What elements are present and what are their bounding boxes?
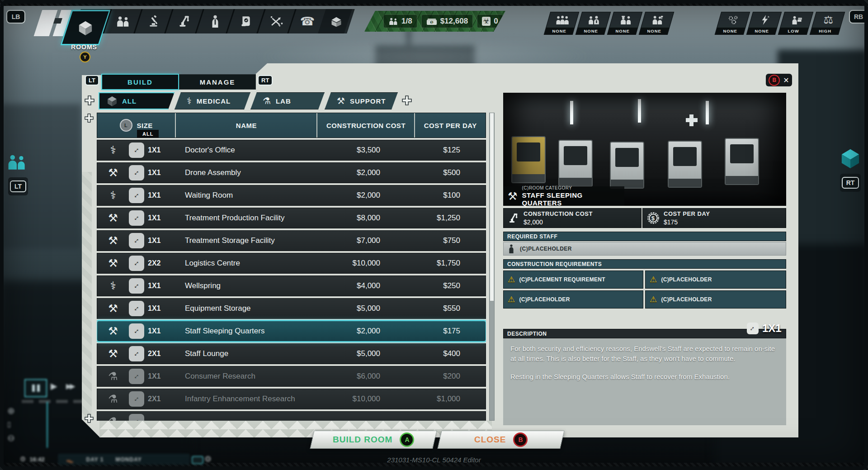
build-room-button[interactable]: BUILD ROOM A <box>310 431 437 449</box>
table-row[interactable]: ⚗ ↕ <box>97 411 486 421</box>
row-cost-per-day: $1,000 <box>413 394 484 404</box>
table-row[interactable]: ⚒ ↕ 1X1 Staff Sleeping Quarters $2,000 $… <box>97 321 486 342</box>
table-row[interactable]: ⚕ ↕ 1X1 Wellspring $4,000 $250 <box>97 275 486 296</box>
row-size: 1X1 <box>144 237 173 245</box>
row-cost-per-day: $1,250 <box>413 214 484 223</box>
category-tab-support[interactable]: ⚒ SUPPORT <box>325 92 398 109</box>
requirement-label: (C)PLACEMENT REQUIREMENT <box>519 276 605 283</box>
row-cost-per-day: $125 <box>413 146 484 155</box>
table-row[interactable]: ⚒ ↕ 1X1 Equipment Storage $5,000 $550 <box>97 298 486 319</box>
all-category-icon <box>107 95 118 106</box>
requirement-label: (C)PLACEHOLDER <box>661 296 712 303</box>
required-staff-row[interactable]: (C)PLACEHOLDER <box>503 242 786 256</box>
timeline-tick <box>39 400 51 403</box>
timeline-cursor[interactable] <box>47 402 48 448</box>
row-construction-cost: $2,000 <box>315 168 413 177</box>
requirement-label: (C)PLACEHOLDER <box>519 296 570 303</box>
row-cost-per-day: $175 <box>413 327 484 336</box>
list-scroll-down-button[interactable] <box>84 413 94 423</box>
table-row[interactable]: ⚗ ↕ 2X1 Infantry Enhancement Research $1… <box>97 389 486 409</box>
construction-cost-label: CONSTRUCTION COST <box>524 210 593 217</box>
tab-manage[interactable]: MANAGE <box>179 74 256 90</box>
row-name: Waiting Room <box>173 191 315 200</box>
row-size: 1X1 <box>144 327 173 335</box>
construction-cost-box: CONSTRUCTION COST $2,000 <box>503 208 642 228</box>
row-category-icon: ⚒ <box>97 257 129 270</box>
expand-icon: ↕ <box>747 323 759 334</box>
name-column-header[interactable]: NAME <box>176 113 317 138</box>
construction-requirements-header: CONSTRUCTION REQUIREMENTS <box>503 259 786 269</box>
table-row[interactable]: ⚒ ↕ 1X1 Treatment Production Facility $8… <box>97 208 486 228</box>
table-row[interactable]: ⚒ ↕ 2X1 Staff Lounge $5,000 $400 <box>97 343 486 364</box>
required-staff-value: (C)PLACEHOLDER <box>520 246 572 252</box>
row-size-button[interactable]: ↕ <box>129 278 144 294</box>
b-gamepad-button: B <box>513 432 528 447</box>
construction-cost-column-header[interactable]: CONSTRUCTION COST <box>317 113 415 138</box>
table-row[interactable]: ⚒ ↕ 1X1 Drone Assembly $2,000 $500 <box>97 162 486 183</box>
row-category-icon: ⚗ <box>97 415 129 421</box>
row-construction-cost: $6,000 <box>315 372 413 381</box>
rt-tab-button[interactable]: RT <box>258 75 273 85</box>
link-icon[interactable]: ▯ <box>7 420 11 428</box>
row-cost-per-day: $750 <box>413 236 484 245</box>
row-size-button[interactable]: ↕ <box>129 142 144 158</box>
row-size-button[interactable]: ↕ <box>129 188 144 203</box>
row-size-button[interactable]: ↕ <box>129 210 144 226</box>
expand-icon: ↕ <box>132 417 141 421</box>
close-button[interactable]: CLOSE B <box>437 431 564 449</box>
expand-icon: ↕ <box>132 327 141 336</box>
category-tab-all[interactable]: ALL <box>99 92 175 109</box>
expand-icon: ↕ <box>132 214 141 223</box>
row-construction-cost: $10,000 <box>315 394 413 404</box>
add-category-left-button[interactable] <box>84 95 95 106</box>
l-label: L <box>124 123 127 128</box>
b-gamepad-button: B <box>769 75 780 86</box>
row-size-button[interactable]: ↕ <box>129 414 144 421</box>
l-gamepad-button: L <box>120 119 132 132</box>
room-category-label: (C)ROOM CATEGORY <box>522 185 624 190</box>
category-lab-label: LAB <box>276 97 291 105</box>
category-all-label: ALL <box>122 97 137 105</box>
table-row[interactable]: ⚒ ↕ 2X2 Logistics Centre $10,000 $1,750 <box>97 253 486 274</box>
table-row[interactable]: ⚗ ↕ 1X1 Consumer Research $6,000 $200 <box>97 366 486 387</box>
scrollbar-thumb[interactable] <box>490 113 494 301</box>
table-row[interactable]: ⚒ ↕ 1X1 Treatment Storage Facility $7,00… <box>97 230 486 251</box>
row-size-button[interactable]: ↕ <box>129 165 144 180</box>
row-size-button[interactable]: ↕ <box>129 391 144 407</box>
add-category-right-button[interactable] <box>401 95 412 106</box>
expand-icon: ↕ <box>132 349 141 358</box>
row-size-button[interactable]: ↕ <box>129 369 144 384</box>
row-size-button[interactable]: ↕ <box>129 233 144 248</box>
row-size-button[interactable]: ↕ <box>129 323 144 339</box>
zoom-out-icon[interactable]: ⊖ <box>7 432 15 443</box>
play-button[interactable]: ▶ <box>51 381 57 391</box>
row-size-button[interactable]: ↕ <box>129 301 144 316</box>
row-size-button[interactable]: ↕ <box>129 256 144 271</box>
build-version-text: 231031-MS10-CL 50424 Editor <box>0 456 868 464</box>
row-size: 1X1 <box>144 304 173 313</box>
a-label: A <box>405 436 409 443</box>
cost-per-day-column-header[interactable]: COST PER DAY <box>415 113 486 138</box>
row-name: Infantry Enhancement Research <box>173 394 315 404</box>
table-scrollbar[interactable] <box>489 113 495 421</box>
category-tab-medical[interactable]: ⚕ MEDICAL <box>175 92 250 109</box>
tab-build[interactable]: BUILD <box>101 74 179 90</box>
row-category-icon: ⚕ <box>97 280 129 292</box>
table-row[interactable]: ⚕ ↕ 1X1 Waiting Room $2,000 $100 <box>97 185 486 206</box>
row-size-button[interactable]: ↕ <box>129 346 144 361</box>
category-tab-lab[interactable]: ⚗ LAB <box>250 92 325 109</box>
zoom-in-icon[interactable]: ⊕ <box>7 405 15 416</box>
list-scroll-up-button[interactable] <box>84 113 94 123</box>
panel-edge-pattern <box>82 172 92 420</box>
table-row[interactable]: ⚕ ↕ 1X1 Doctor's Office $3,500 $125 <box>97 140 486 161</box>
size-filter-badge[interactable]: ALL <box>137 130 159 138</box>
fast-forward-button[interactable]: ▶▶ <box>66 382 74 390</box>
close-panel-button[interactable]: B ✕ <box>766 74 792 86</box>
row-category-icon: ⚒ <box>97 325 129 337</box>
row-size: 1X1 <box>144 146 173 154</box>
lt-tab-button[interactable]: LT <box>85 75 99 85</box>
category-support-label: SUPPORT <box>350 97 386 105</box>
row-category-icon: ⚒ <box>97 234 129 247</box>
pause-button[interactable] <box>24 379 47 397</box>
row-category-icon: ⚒ <box>97 166 129 179</box>
